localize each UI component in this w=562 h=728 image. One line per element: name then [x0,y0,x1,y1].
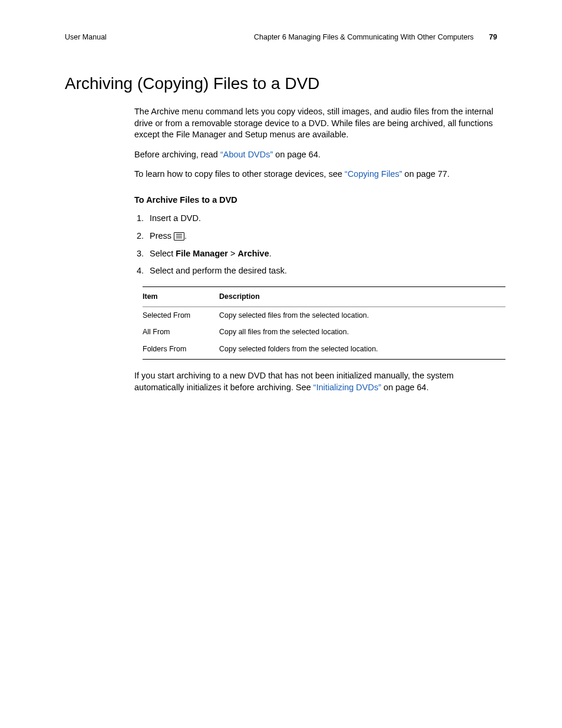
before-archiving-paragraph: Before archiving, read “About DVDs” on p… [134,149,497,161]
text: > [228,249,238,258]
cell-item: Selected From [143,307,219,324]
text: To learn how to copy files to other stor… [134,169,345,179]
text: Before archiving, read [134,150,220,159]
text: on page 64. [381,383,429,392]
col-header-item: Item [143,286,219,307]
col-header-description: Description [219,286,505,307]
cell-desc: Copy selected folders from the selected … [219,341,505,359]
procedure-steps: Insert a DVD. Press . Select File Manage… [134,213,497,276]
text: Select [150,249,176,258]
link-copying-files[interactable]: “Copying Files” [345,169,402,179]
page-title: Archiving (Copying) Files to a DVD [65,74,497,93]
step-3: Select File Manager > Archive. [146,248,497,260]
menu-path-archive: Archive [238,249,269,258]
procedure-heading: To Archive Files to a DVD [134,195,497,206]
archive-options-table: Item Description Selected From Copy sele… [143,286,505,360]
text: Press [150,231,174,241]
page-number: 79 [489,33,497,41]
header-left: User Manual [65,33,107,41]
table-row: All From Copy all files from the selecte… [143,324,505,341]
text: on page 64. [273,150,320,159]
text: on page 77. [402,169,450,179]
table-header-row: Item Description [143,286,505,307]
cell-item: All From [143,324,219,341]
page: User Manual Chapter 6 Managing Files & C… [0,0,562,437]
cell-item: Folders From [143,341,219,359]
step-4: Select and perform the desired task. [146,265,497,277]
step-2: Press . [146,230,497,242]
table-row: Folders From Copy selected folders from … [143,341,505,359]
step-1: Insert a DVD. [146,213,497,225]
header-right: Chapter 6 Managing Files & Communicating… [254,33,497,41]
cell-desc: Copy selected files from the selected lo… [219,307,505,324]
link-about-dvds[interactable]: “About DVDs” [220,150,273,159]
link-initializing-dvds[interactable]: “Initializing DVDs” [313,383,381,392]
menu-path-file-manager: File Manager [176,249,228,258]
body: The Archive menu command lets you copy v… [134,106,497,393]
cell-desc: Copy all files from the selected locatio… [219,324,505,341]
table-row: Selected From Copy selected files from t… [143,307,505,324]
intro-paragraph: The Archive menu command lets you copy v… [134,106,497,141]
learn-paragraph: To learn how to copy files to other stor… [134,169,497,180]
text: . [269,249,272,258]
note-paragraph: If you start archiving to a new DVD that… [134,370,497,393]
text: . [184,231,187,241]
menu-icon [174,232,184,241]
running-header: User Manual Chapter 6 Managing Files & C… [65,33,497,41]
chapter-title: Chapter 6 Managing Files & Communicating… [254,33,474,41]
